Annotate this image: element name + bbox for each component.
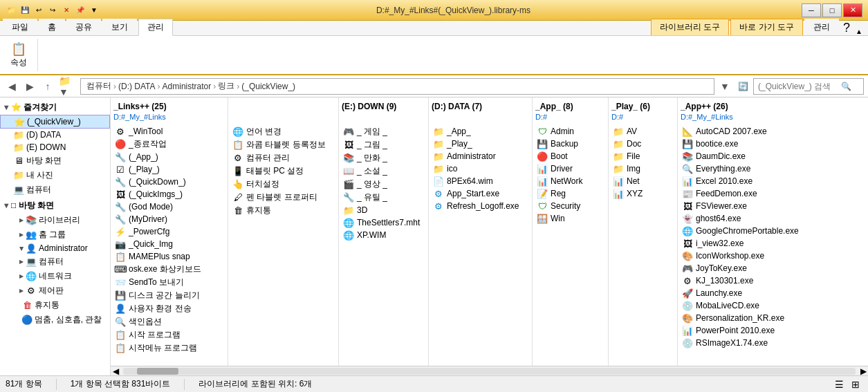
tab-manage[interactable]: 관리	[138, 19, 173, 36]
tab-home[interactable]: 홈	[39, 19, 65, 35]
sidebar-header-favorites[interactable]: ▶ ⭐ 즐겨찾기	[0, 100, 110, 115]
list-item[interactable]: 📁_App_	[432, 125, 529, 138]
list-item[interactable]: 📰FeedDemon.exe	[681, 187, 813, 200]
list-item[interactable]: 💾bootice.exe	[681, 138, 813, 150]
minimize-button[interactable]: ─	[802, 3, 821, 17]
tab-library-tools[interactable]: 라이브러리 도구	[651, 19, 729, 35]
list-item[interactable]: 📝Reg	[535, 187, 605, 200]
list-item[interactable]: ⌨osk.exe 화상키보드	[113, 263, 225, 276]
list-item[interactable]: 💾Backup	[535, 138, 605, 150]
list-item[interactable]: 📊PowerPoint 2010.exe	[681, 324, 813, 337]
list-item[interactable]: 💿RSImageX1.74.exe	[681, 337, 813, 349]
path-computer[interactable]: 컴퓨터	[86, 80, 111, 92]
ribbon-btn-properties[interactable]: 📋 속성	[6, 39, 32, 71]
list-item[interactable]: 🌐언어 변경	[231, 125, 335, 138]
search-box[interactable]: 🔍	[753, 78, 864, 95]
list-item[interactable]: 🖼FSViewer.exe	[681, 200, 813, 212]
scroll-left-btn[interactable]: ◀	[111, 366, 120, 376]
up-button[interactable]: ↑	[40, 79, 55, 94]
list-item[interactable]: 📁Administrator	[432, 150, 529, 162]
maximize-button[interactable]: □	[822, 3, 842, 17]
scroll-thumb[interactable]	[137, 368, 178, 375]
list-item[interactable]: 👤사용자 환경 전송	[113, 302, 225, 315]
recent-locations[interactable]: 📁▼	[58, 79, 77, 94]
list-item[interactable]: ⚡_PowerCfg	[113, 225, 225, 238]
list-item[interactable]: 🛡Admin	[535, 125, 605, 138]
list-item[interactable]: 🎬_ 영상 _	[342, 178, 425, 191]
list-item[interactable]: 📐AutoCAD 2007.exe	[681, 125, 813, 138]
path-administrator[interactable]: Administrator	[163, 82, 212, 91]
list-item[interactable]: ⚙App_Start.exe	[432, 187, 529, 200]
list-item[interactable]: ⚙Refresh_Logoff.exe	[432, 200, 529, 212]
list-item[interactable]: 🎨IconWorkshop.exe	[681, 250, 813, 262]
sidebar-header-desktop[interactable]: ▶ □ 바탕 화면	[0, 198, 110, 213]
list-item[interactable]: 🗑휴지통	[231, 204, 335, 217]
list-item[interactable]: 🌐TheSettlers7.mht	[342, 216, 425, 229]
tab-shortcut-tools[interactable]: 바로 가기 도구	[730, 19, 803, 35]
list-item[interactable]: 📁Img	[611, 162, 674, 175]
list-item[interactable]: 📁3D	[342, 204, 425, 216]
list-item[interactable]: 🎨Personalization_KR.exe	[681, 312, 813, 324]
list-item[interactable]: 🖼i_view32.exe	[681, 237, 813, 250]
list-item[interactable]: ⚙_WinTool	[113, 125, 225, 138]
tab-file[interactable]: 파일	[3, 19, 37, 35]
list-item[interactable]: 📁File	[611, 150, 674, 162]
horizontal-scrollbar[interactable]: ◀ ▶	[111, 366, 868, 375]
list-item[interactable]: 📁AV	[611, 125, 674, 138]
list-item[interactable]: 📊XYZ	[611, 187, 674, 200]
list-item[interactable]: 🔍Everything.exe	[681, 162, 813, 175]
list-item[interactable]: 📱태블릿 PC 설정	[231, 165, 335, 178]
list-item[interactable]: 🖼(_QuickImgs_)	[113, 188, 225, 200]
list-item[interactable]: 🎮_ 게임 _	[342, 125, 425, 138]
sidebar-item-recycle[interactable]: 🗑 휴지통	[0, 298, 110, 312]
path-quickview[interactable]: (_QuickView_)	[241, 82, 295, 91]
sidebar-item-network[interactable]: ▶ 🌐 네트워크	[0, 269, 110, 283]
sidebar-item-photos[interactable]: 📁 내 사진	[0, 168, 110, 183]
scroll-container[interactable]: _Links++ (25) D:#_My_#Links ⚙_WinTool 🔴_…	[111, 97, 868, 366]
list-item[interactable]: 🔴Boot	[535, 150, 605, 162]
list-item[interactable]: 🔧(God Mode)	[113, 200, 225, 213]
list-item[interactable]: 💿MobaLiveCD.exe	[681, 299, 813, 312]
list-item[interactable]: 📖_ 소설 _	[342, 165, 425, 178]
back-button[interactable]: ◀	[4, 79, 19, 94]
path-data[interactable]: (D:) DATA	[118, 82, 156, 91]
list-item[interactable]: 🔴_종료작업	[113, 138, 225, 151]
list-item[interactable]: 🖊펜 타블렛 프로퍼티	[231, 191, 335, 204]
ribbon-toggle[interactable]: ▲	[853, 28, 865, 35]
list-item[interactable]: 🛡Security	[535, 200, 605, 212]
list-item[interactable]: ⚙컴퓨터 관리	[231, 151, 335, 165]
sidebar-item-admin[interactable]: ▶ 👤 Administrator	[0, 242, 110, 254]
list-item[interactable]: 📋MAMEPlus snap	[113, 250, 225, 263]
sidebar-item-computer[interactable]: 💻 컴퓨터	[0, 183, 110, 197]
save-icon[interactable]: 💾	[19, 5, 30, 16]
close-button[interactable]: ✕	[843, 3, 862, 17]
list-item[interactable]: 👻ghost64.exe	[681, 212, 813, 225]
list-item[interactable]: 🔧(_QuickDown_)	[113, 176, 225, 188]
list-item[interactable]: 🚀Launchy.exe	[681, 287, 813, 299]
list-item[interactable]: 📋와콤 타블렛 등록정보	[231, 138, 335, 151]
list-item[interactable]: 🔧_ 유틸 _	[342, 191, 425, 204]
list-item[interactable]: 📊Driver	[535, 162, 605, 175]
list-item[interactable]: 📚_ 만화 _	[342, 151, 425, 165]
sidebar-item-e-down[interactable]: 📁 (E) DOWN	[0, 141, 110, 153]
refresh-button[interactable]: 🔄	[735, 79, 750, 94]
list-item[interactable]: 🔍색인옵션	[113, 315, 225, 328]
list-item[interactable]: 🎮JoyToKey.exe	[681, 262, 813, 274]
undo-icon[interactable]: ↩	[33, 5, 44, 16]
list-item[interactable]: 📚DaumDic.exe	[681, 150, 813, 162]
list-item[interactable]: ⚙KJ_130301.exe	[681, 274, 813, 287]
tab-view[interactable]: 보기	[102, 19, 137, 35]
sidebar-item-control[interactable]: ▶ ⚙ 제어판	[0, 283, 110, 298]
address-path[interactable]: 컴퓨터 › (D:) DATA › Administrator › 링크 › (…	[80, 78, 714, 95]
dropdown-icon[interactable]: ▼	[89, 5, 100, 16]
sidebar-item-quickview[interactable]: ⭐ (_QuickView_)	[0, 115, 110, 129]
list-item[interactable]: 👆터치설정	[231, 178, 335, 191]
list-item[interactable]: 📋시작메뉴 프로그램	[113, 342, 225, 355]
list-item[interactable]: 🪟Win	[535, 212, 605, 225]
path-links[interactable]: 링크	[218, 80, 234, 92]
list-item[interactable]: 📨SendTo 보내기	[113, 276, 225, 289]
pin-icon[interactable]: 📌	[75, 5, 86, 16]
tab-share[interactable]: 공유	[66, 19, 101, 35]
list-item[interactable]: 📄8PEx64.wim	[432, 175, 529, 187]
list-item[interactable]: 📷_Quick_Img	[113, 238, 225, 250]
